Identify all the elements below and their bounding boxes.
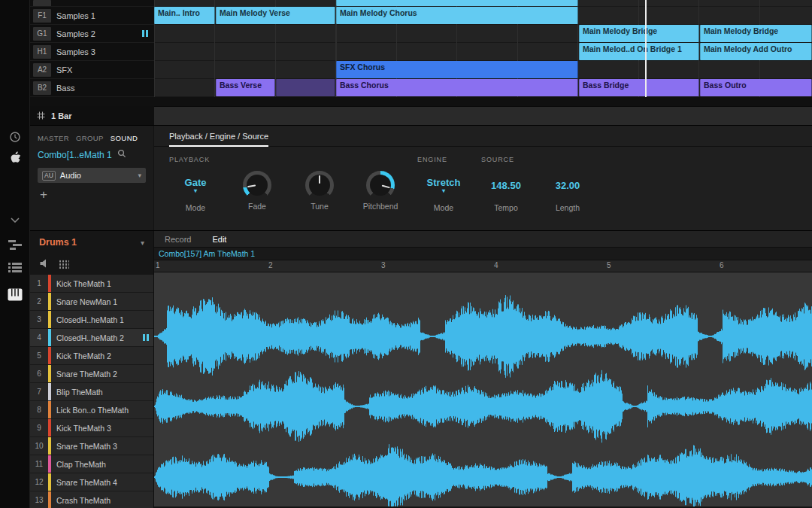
tab-record[interactable]: Record [165, 235, 191, 244]
playback-mode-selector[interactable]: Gate ▾ [164, 169, 227, 201]
clip-label: Bass Chorus [337, 79, 577, 90]
track-name: Bass [56, 84, 154, 93]
clip[interactable]: SFX Chorus [336, 61, 578, 78]
group-name[interactable]: Drums 1 [39, 237, 141, 248]
sound-list-item[interactable]: 12Snare TheMath 4 [30, 473, 153, 491]
pitchbend-control: Pitchbend [349, 169, 412, 211]
pad-number: 2 [30, 297, 48, 306]
sound-list-item[interactable]: 13Crash TheMath [30, 491, 153, 508]
pad-number: 7 [30, 388, 48, 396]
tune-knob[interactable] [305, 171, 334, 199]
editor-section: Drums 1 ▾ 1Kick TheMath 12Snare NewMan 1… [30, 230, 812, 508]
playing-indicator [142, 30, 148, 37]
clip[interactable]: Bass Verse [216, 79, 275, 96]
clip[interactable]: Main Melody Chorus [336, 7, 578, 24]
tab-edit[interactable]: Edit [212, 235, 226, 244]
playhead [645, 0, 647, 97]
track-id-button[interactable]: G1 [33, 27, 51, 41]
tune-label: Tune [288, 202, 351, 211]
waveform-canvas[interactable] [154, 272, 812, 506]
arranger-track-row-partial[interactable] [30, 0, 154, 7]
plugin-name: Audio [60, 171, 134, 180]
arranger-track-row[interactable]: A2SFX [30, 61, 154, 79]
sound-list-item[interactable]: 8Lick Bon..o TheMath [30, 401, 153, 419]
length-value[interactable]: 32.00 [556, 180, 580, 191]
group-selector[interactable]: Drums 1 ▾ [30, 231, 153, 254]
clip[interactable]: Main Melody Verse [216, 7, 335, 24]
clock-icon[interactable] [0, 131, 30, 143]
pad-name: ClosedH..heMath 2 [51, 333, 143, 342]
add-plugin-button[interactable]: + [30, 183, 53, 202]
clip[interactable]: Bass Outro [700, 79, 812, 96]
pad-name: Clap TheMath [51, 460, 153, 469]
clip[interactable]: Main Melody Add Outro [700, 43, 812, 60]
clip[interactable]: Main Melod..d On Bridge 1 [579, 43, 699, 60]
track-id-button[interactable] [33, 0, 51, 7]
engine-mode-selector[interactable]: Stretch ▾ [412, 169, 475, 201]
pad-name: Snare TheMath 3 [51, 442, 153, 451]
sound-list-item[interactable]: 9Kick TheMath 3 [30, 419, 153, 437]
tab-master[interactable]: MASTER [38, 134, 69, 142]
arranger-track-row[interactable]: H1Samples 3 [30, 43, 154, 61]
arranger-track-row[interactable]: G1Samples 2 [30, 25, 154, 43]
clip[interactable]: Guitar Chorus [336, 0, 578, 6]
sample-name: Combo[157] Am TheMath 1 [154, 248, 812, 260]
parameter-panel: Playback / Engine / Source PLAYBACK ENGI… [154, 126, 812, 231]
sound-list-item[interactable]: 10Snare TheMath 3 [30, 437, 153, 455]
speaker-icon[interactable] [40, 257, 50, 271]
fade-knob[interactable] [243, 171, 271, 199]
pad-number: 12 [30, 478, 48, 486]
clip[interactable]: Main Melody Bridge [579, 25, 699, 42]
ruler-tick-label: 1 [156, 261, 160, 269]
arranger-track-row[interactable]: F1Samples 1 [30, 7, 154, 25]
pad-grid-icon[interactable] [59, 260, 69, 269]
clip[interactable]: Bass Bridge [579, 79, 699, 96]
length-control: 32.00 Length [536, 169, 599, 212]
sound-list-item[interactable]: 3ClosedH..heMath 1 [30, 311, 153, 329]
keyboard-view-icon[interactable] [0, 288, 30, 301]
clip-label: Main Melody Chorus [337, 7, 577, 17]
sound-list-toolbar [30, 254, 153, 275]
clip[interactable]: Main.. Intro [154, 7, 215, 24]
sound-name-row: Combo[1..eMath 1 [30, 142, 153, 160]
playback-mode-label: Mode [164, 203, 227, 212]
grid-resolution-control[interactable]: 1 Bar [30, 106, 154, 125]
sound-list-item[interactable]: 2Snare NewMan 1 [30, 293, 153, 311]
sound-list-item[interactable]: 6Snare TheMath 2 [30, 365, 153, 383]
tab-playback-engine-source[interactable]: Playback / Engine / Source [169, 132, 268, 147]
sound-list-item[interactable]: 7Blip TheMath [30, 383, 153, 401]
apple-icon[interactable] [0, 151, 30, 164]
grid-icon [37, 109, 45, 123]
clip[interactable]: Bass Chorus [336, 79, 578, 96]
collapse-chevron-icon[interactable] [0, 217, 30, 223]
pad-number: 10 [30, 442, 48, 450]
arranger-track-row[interactable]: B2Bass [30, 79, 154, 97]
track-id-button[interactable]: A2 [33, 63, 51, 77]
tab-sound[interactable]: SOUND [111, 134, 138, 142]
track-id-button[interactable]: H1 [33, 45, 51, 59]
tempo-value[interactable]: 148.50 [491, 180, 521, 191]
arranger-grid[interactable]: Guitar ChorusMain.. IntroMain Melody Ver… [154, 0, 812, 97]
sound-list-item[interactable]: 11Clap TheMath [30, 455, 153, 473]
pitchbend-knob[interactable] [366, 171, 395, 199]
song-view-icon[interactable] [0, 239, 30, 250]
track-id-button[interactable]: B2 [33, 81, 51, 95]
pad-number: 3 [30, 315, 48, 324]
inspector-tabs: MASTER GROUP SOUND [30, 126, 153, 142]
timeline-ruler[interactable]: 123456 [154, 260, 812, 272]
clip[interactable] [276, 79, 335, 96]
track-id-button[interactable]: F1 [33, 9, 51, 23]
clip[interactable]: Main Melody Bridge [700, 25, 812, 42]
clip-label: Main.. Intro [155, 7, 214, 17]
pad-name: Blip TheMath [51, 388, 153, 397]
scene-list-icon[interactable] [0, 262, 30, 272]
tune-control: Tune [288, 169, 351, 211]
sound-inspector: MASTER GROUP SOUND Combo[1..eMath 1 AU A… [30, 126, 154, 231]
tab-group[interactable]: GROUP [76, 134, 104, 142]
plugin-slot-dropdown[interactable]: AU Audio ▾ [38, 168, 146, 183]
sound-name[interactable]: Combo[1..eMath 1 [38, 150, 112, 160]
sound-list-item[interactable]: 5Kick TheMath 2 [30, 347, 153, 365]
sound-list-item[interactable]: 1Kick TheMath 1 [30, 275, 153, 293]
search-icon[interactable] [117, 149, 126, 160]
sound-list-item[interactable]: 4ClosedH..heMath 2 [30, 329, 153, 347]
